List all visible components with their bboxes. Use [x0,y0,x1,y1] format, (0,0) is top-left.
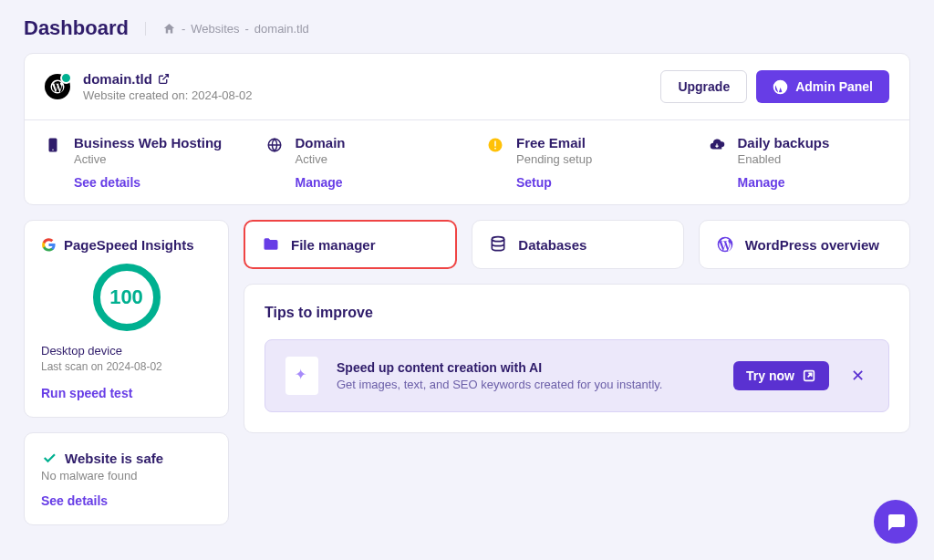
page-title: Dashboard [24,16,129,40]
check-icon [41,450,57,466]
chat-button[interactable] [874,500,918,542]
document-sparkle-icon [285,357,318,395]
svg-rect-6 [494,148,496,150]
external-link-icon [158,73,170,85]
manage-backups-link[interactable]: Manage [738,175,830,190]
databases-button[interactable]: Databases [472,220,683,269]
backups-card: Daily backups Enabled Manage [689,120,910,204]
wordpress-overview-button[interactable]: WordPress overview [699,220,910,269]
folder-icon [262,235,280,254]
google-icon [41,237,57,253]
phone-icon [45,137,61,153]
svg-rect-5 [494,141,496,147]
created-date: Website created on: 2024-08-02 [83,88,253,102]
cloud-icon [709,137,725,153]
external-link-icon [802,368,816,383]
breadcrumb: - Websites - domain.tld [145,22,309,36]
hosting-card: Business Web Hosting Active See details [25,120,246,204]
database-icon [489,235,507,254]
wordpress-icon [716,235,734,254]
warning-icon [487,137,503,153]
manage-domain-link[interactable]: Manage [296,175,346,190]
chat-icon [885,511,907,533]
svg-point-2 [52,150,54,151]
setup-email-link[interactable]: Setup [516,175,592,190]
globe-icon [266,137,283,153]
tips-card: Tips to improve Speed up content creatio… [244,284,910,433]
email-card: Free Email Pending setup Setup [467,120,689,204]
upgrade-button[interactable]: Upgrade [660,70,747,103]
home-icon [162,22,176,36]
try-now-button[interactable]: Try now [733,361,829,390]
safe-card: Website is safe No malware found See det… [24,432,229,525]
wordpress-icon [773,79,788,95]
domain-card: Domain Active Manage [246,120,468,204]
file-manager-button[interactable]: File manager [244,220,457,269]
domain-name[interactable]: domain.tld [83,71,253,87]
wordpress-logo-icon [45,74,70,99]
see-details-link[interactable]: See details [74,175,222,190]
close-icon[interactable]: ✕ [847,362,868,389]
pagespeed-score: 100 [93,264,161,331]
run-speed-test-link[interactable]: Run speed test [41,386,132,400]
safe-details-link[interactable]: See details [41,493,108,508]
svg-point-7 [493,237,504,242]
pagespeed-card: PageSpeed Insights 100 Desktop device La… [24,220,229,418]
admin-panel-button[interactable]: Admin Panel [756,70,889,103]
